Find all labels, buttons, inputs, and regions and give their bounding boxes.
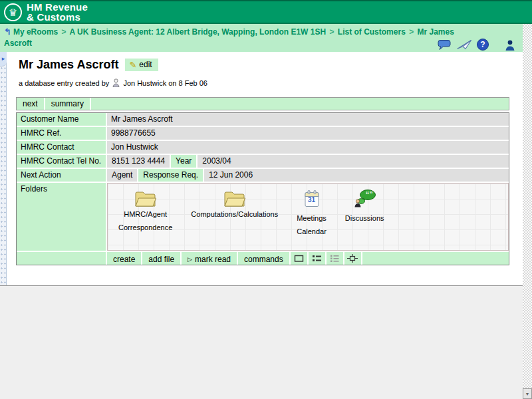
send-plane-icon[interactable]	[456, 39, 472, 51]
edit-button[interactable]: ✎ edit	[125, 59, 158, 71]
content-pane: ▸ Mr James Ascroft ✎ edit a database ent…	[0, 52, 523, 285]
folder-label: Discussions	[345, 211, 384, 225]
scroll-down-arrow-icon: ▼	[525, 392, 530, 396]
byline-author-date: Jon Hustwick on 8 Feb 06	[123, 79, 207, 87]
field-label: HMRC Contact Tel No.	[17, 155, 106, 168]
table-row: Customer Name Mr James Ascroft	[17, 113, 509, 126]
breadcrumb-separator: >	[408, 27, 415, 37]
field-label: Response Req.	[138, 169, 203, 182]
page-background	[0, 285, 523, 399]
select-view-button[interactable]	[344, 252, 361, 265]
folder-label: Correspondence	[118, 221, 172, 234]
byline: a database entry created by Jon Hustwick…	[19, 78, 207, 87]
folder-label: Computations/Calculations	[191, 207, 278, 221]
edit-button-label: edit	[139, 60, 152, 69]
field-value: Mr James Ascroft	[107, 113, 509, 126]
field-label: Next Action	[17, 169, 106, 182]
crosshair-select-icon	[347, 254, 358, 263]
eroom-window: ♛ HM Revenue & Customs ↰My eRooms > A UK…	[0, 0, 532, 399]
tab-next[interactable]: next	[17, 98, 44, 110]
folder-computations-calculations[interactable]: Computations/Calculations	[191, 190, 278, 221]
member-icon[interactable]	[504, 39, 516, 51]
brand-title: HM Revenue & Customs	[27, 2, 88, 22]
sidebar-collapse-handle[interactable]: ▸	[0, 52, 7, 285]
brand-line1: HM Revenue	[27, 2, 88, 12]
table-row: HMRC Contact Jon Hustwick	[17, 141, 509, 154]
breadcrumb-business-agent[interactable]: A UK Business Agent: 12 Albert Bridge, W…	[70, 27, 327, 37]
toolbar-spacer	[17, 252, 106, 265]
field-value: Jon Hustwick	[107, 141, 509, 154]
field-value: 8151 123 4444	[107, 155, 170, 168]
folders-icon-box: HMRC/Agent Correspondence Computations/C…	[107, 183, 509, 251]
field-label: Year	[171, 155, 196, 168]
mark-read-arrow-icon: ▷	[188, 256, 192, 263]
topbar-icons: ?	[438, 39, 516, 51]
calendar-day-label: 31	[303, 197, 321, 203]
box-view-icon	[294, 254, 304, 263]
breadcrumb-separator: >	[328, 27, 335, 37]
details-view-icon	[330, 254, 340, 263]
expand-arrow-icon: ▸	[2, 56, 5, 62]
add-file-button[interactable]: add file	[142, 252, 180, 265]
breadcrumb-list-of-customers[interactable]: List of Customers	[338, 27, 406, 37]
list-view-icon	[312, 254, 322, 263]
folders-toolbar: create add file ▷ mark read commands	[17, 252, 509, 265]
folder-label: Calendar	[297, 225, 327, 238]
field-label: HMRC Contact	[17, 141, 106, 154]
create-button-label: create	[113, 255, 135, 264]
pencil-icon: ✎	[129, 61, 136, 69]
breadcrumb: ↰My eRooms > A UK Business Agent: 12 Alb…	[0, 24, 466, 51]
toolbar-filler	[362, 252, 509, 265]
entry-fields-box: Customer Name Mr James Ascroft HMRC Ref.…	[16, 112, 509, 265]
field-label: Customer Name	[17, 113, 106, 126]
table-row: HMRC Ref. 9988776655	[17, 127, 509, 140]
folder-hmrc-agent-correspondence[interactable]: HMRC/Agent Correspondence	[118, 190, 172, 234]
breadcrumb-bar: ↰My eRooms > A UK Business Agent: 12 Alb…	[0, 24, 523, 52]
folder-icon	[223, 190, 246, 207]
table-row: HMRC Contact Tel No. 8151 123 4444 Year …	[17, 155, 509, 168]
tab-summary[interactable]: summary	[45, 98, 90, 110]
field-value: 2003/04	[198, 155, 509, 168]
folder-icon	[134, 190, 157, 207]
chat-bubble-icon[interactable]	[438, 39, 452, 51]
icon-view-button[interactable]	[291, 252, 307, 265]
mark-read-button-label: mark read	[195, 255, 231, 264]
folder-label: HMRC/Agent	[124, 207, 167, 221]
help-icon[interactable]: ?	[477, 39, 489, 51]
field-value: 9988776655	[107, 127, 509, 140]
folder-meetings-calendar[interactable]: 31 Meetings Calendar	[297, 190, 327, 238]
page-title: Mr James Ascroft	[19, 58, 118, 72]
details-view-button[interactable]	[327, 252, 343, 265]
field-label: Folders	[17, 183, 106, 251]
mark-read-button[interactable]: ▷ mark read	[182, 252, 237, 265]
scroll-down-button[interactable]: ▼	[523, 388, 532, 399]
help-glyph: ?	[480, 40, 485, 49]
database-entry-table: next summary Customer Name Mr James Ascr…	[16, 97, 509, 265]
field-label: HMRC Ref.	[17, 127, 106, 140]
quotes-glyph: “”	[362, 190, 376, 198]
vertical-scrollbar[interactable]: ▼	[523, 24, 532, 399]
brand-line2: & Customs	[27, 12, 88, 22]
create-button[interactable]: create	[107, 252, 141, 265]
folders-row: Folders HMRC/Agent Correspondence	[17, 183, 509, 251]
up-level-icon[interactable]: ↰	[4, 27, 11, 37]
commands-button[interactable]: commands	[238, 252, 289, 265]
folder-label: Meetings	[297, 211, 327, 225]
tab-filler	[91, 98, 509, 110]
breadcrumb-separator: >	[61, 27, 68, 37]
sidebar-expand-tab[interactable]: ▸	[0, 52, 7, 66]
table-row: Next Action Agent Response Req. 12 Jun 2…	[17, 169, 509, 182]
field-value: Agent	[107, 169, 137, 182]
folder-discussions[interactable]: “” Discussions	[345, 190, 384, 225]
entry-tabs: next summary	[16, 97, 509, 110]
add-file-button-label: add file	[148, 255, 174, 264]
breadcrumb-my-erooms[interactable]: My eRooms	[13, 27, 58, 37]
field-value: 12 Jun 2006	[204, 169, 509, 182]
byline-prefix: a database entry created by	[19, 79, 109, 87]
list-view-button[interactable]	[309, 252, 325, 265]
hmrc-crown-logo-icon: ♛	[4, 3, 22, 21]
crown-glyph: ♛	[9, 7, 17, 17]
commands-button-label: commands	[244, 255, 283, 264]
author-person-icon	[112, 78, 120, 87]
brand-header: ♛ HM Revenue & Customs	[0, 0, 532, 24]
